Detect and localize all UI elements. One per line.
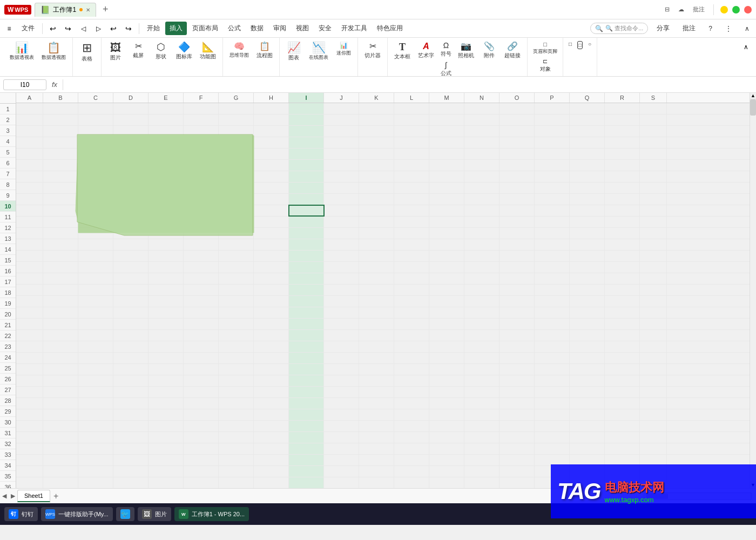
cell-I30[interactable] [289,432,324,443]
cell-D29[interactable] [113,421,148,431]
cell-M11[interactable] [429,217,464,227]
attachment-btn[interactable]: 📎 附件 [478,40,500,62]
cell-N29[interactable] [464,421,500,431]
col-header-M[interactable]: M [429,93,464,103]
cell-D26[interactable] [113,387,148,397]
cell-K8[interactable] [359,183,394,193]
cell-A7[interactable] [16,171,43,182]
row-header-5[interactable]: 5 [0,147,16,158]
cell-J5[interactable] [324,148,359,159]
cell-A3[interactable] [16,126,43,137]
cell-B7[interactable] [43,171,78,182]
cell-P22[interactable] [535,341,570,352]
cell-N17[interactable] [464,285,500,295]
prev-btn[interactable]: ◁ [76,22,90,36]
cell-J12[interactable] [324,228,359,239]
row-header-14[interactable]: 14 [0,244,16,255]
cell-O20[interactable] [500,319,535,329]
cell-L22[interactable] [394,341,429,352]
cell-C2[interactable] [78,114,113,125]
cell-Q10[interactable] [570,205,605,216]
cell-N28[interactable] [464,409,500,420]
cell-H26[interactable] [254,387,289,397]
cell-A14[interactable] [16,251,43,261]
cell-G21[interactable] [219,330,254,341]
cell-N5[interactable] [464,148,500,159]
cell-L30[interactable] [394,432,429,443]
cell-I17[interactable] [289,285,324,295]
cell-J31[interactable] [324,443,359,454]
cell-L6[interactable] [394,160,429,171]
cell-I4[interactable] [289,137,324,148]
cell-G10[interactable] [219,205,254,216]
cell-P20[interactable] [535,319,570,329]
cell-F18[interactable] [184,296,219,307]
cell-E6[interactable] [148,160,184,171]
row-header-23[interactable]: 23 [0,341,16,352]
cell-F30[interactable] [184,432,219,443]
cell-E18[interactable] [148,296,184,307]
add-tab-btn[interactable]: + [99,4,112,15]
cell-R24[interactable] [605,364,640,375]
cell-K6[interactable] [359,160,394,171]
cell-N1[interactable] [464,103,500,114]
cell-L4[interactable] [394,137,429,148]
cell-A32[interactable] [16,455,43,465]
cell-M33[interactable] [429,466,464,477]
cell-C26[interactable] [78,387,113,397]
cell-D2[interactable] [113,114,148,125]
cell-B17[interactable] [43,285,78,295]
cell-P6[interactable] [535,160,570,171]
cell-F14[interactable] [184,251,219,261]
cell-J22[interactable] [324,341,359,352]
row-header-16[interactable]: 16 [0,266,16,276]
fx-button[interactable]: fx [50,80,59,89]
cell-K11[interactable] [359,217,394,227]
cell-N16[interactable] [464,273,500,284]
cell-Q11[interactable] [570,217,605,227]
cell-J29[interactable] [324,421,359,431]
search-box[interactable]: 🔍 🔍 查找命令... [590,23,648,34]
cell-R13[interactable] [605,239,640,250]
cell-P15[interactable] [535,262,570,273]
cell-I16[interactable] [289,273,324,284]
cell-D5[interactable] [113,148,148,159]
cell-D14[interactable] [113,251,148,261]
cell-D18[interactable] [113,296,148,307]
next-btn[interactable]: ▷ [91,22,105,36]
cell-J4[interactable] [324,137,359,148]
cell-I20[interactable] [289,319,324,329]
cell-H33[interactable] [254,466,289,477]
cell-G8[interactable] [219,183,254,193]
cell-L16[interactable] [394,273,429,284]
cell-P12[interactable] [535,228,570,239]
cell-I13[interactable] [289,239,324,250]
hyperlink-btn[interactable]: 🔗 超链接 [501,40,524,62]
taskbar-item-formatter[interactable]: WPS 一键排版助手(My... [41,507,113,521]
cell-K12[interactable] [359,228,394,239]
undo-btn[interactable]: ↩ [46,22,60,36]
row-header-29[interactable]: 29 [0,406,16,417]
cell-B16[interactable] [43,273,78,284]
grid-body[interactable] [16,103,750,488]
cell-M28[interactable] [429,409,464,420]
cell-O11[interactable] [500,217,535,227]
cell-P28[interactable] [535,409,570,420]
cell-L10[interactable] [394,205,429,216]
row-header-7[interactable]: 7 [0,168,16,179]
cell-M19[interactable] [429,307,464,318]
cell-C18[interactable] [78,296,113,307]
cell-H31[interactable] [254,443,289,454]
cell-K14[interactable] [359,251,394,261]
cell-F22[interactable] [184,341,219,352]
cell-P2[interactable] [535,114,570,125]
cell-P4[interactable] [535,137,570,148]
row-header-34[interactable]: 34 [0,460,16,471]
cell-C10[interactable] [78,205,113,216]
cell-A2[interactable] [16,114,43,125]
cell-J32[interactable] [324,455,359,465]
cell-R27[interactable] [605,398,640,409]
cell-E9[interactable] [148,194,184,205]
cell-M12[interactable] [429,228,464,239]
cell-C17[interactable] [78,285,113,295]
